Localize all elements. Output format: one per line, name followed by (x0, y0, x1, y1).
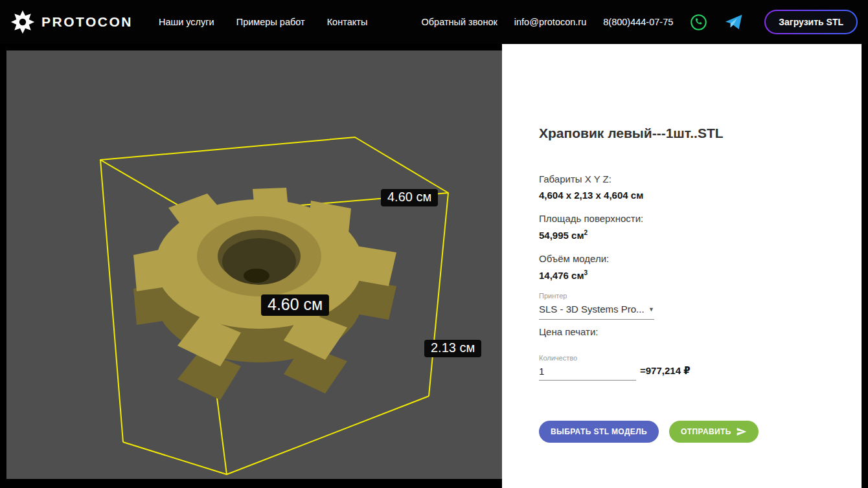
choose-stl-button[interactable]: ВЫБРАТЬ STL МОДЕЛЬ (539, 421, 659, 443)
quantity-label: Количество (539, 354, 836, 362)
email-link[interactable]: info@protocon.ru (514, 17, 586, 27)
dimensions-value: 4,604 x 2,13 x 4,604 см (539, 190, 836, 201)
nav-link-services[interactable]: Наши услуги (159, 17, 214, 27)
model-canvas (6, 50, 502, 479)
whatsapp-icon[interactable] (690, 14, 707, 31)
model-title: Храповик левый---1шт..STL (539, 126, 836, 141)
volume-value: 14,476 см3 (539, 269, 836, 281)
action-buttons: ВЫБРАТЬ STL МОДЕЛЬ ОТПРАВИТЬ (539, 421, 836, 443)
printer-select[interactable]: SLS - 3D Systems Pro... ▼ (539, 300, 654, 320)
phone-link[interactable]: 8(800)444-07-75 (603, 17, 673, 27)
contacts-cluster: Обратный звонок info@protocon.ru 8(800)4… (422, 10, 858, 34)
dimension-label-height: 2.13 см (424, 340, 481, 357)
nav-link-examples[interactable]: Примеры работ (236, 17, 305, 27)
brand-name: PROTOCON (41, 14, 133, 30)
print-price-label: Цена печати: (539, 326, 836, 337)
main-nav: Наши услуги Примеры работ Контакты (159, 17, 367, 27)
ratchet-model (133, 188, 396, 400)
telegram-icon[interactable] (724, 14, 744, 30)
details-panel: Храповик левый---1шт..STL Габариты X Y Z… (502, 44, 862, 488)
nav-link-contacts[interactable]: Контакты (327, 17, 368, 27)
volume-label: Объём модели: (539, 252, 836, 266)
upload-stl-button[interactable]: Загрузить STL (764, 10, 858, 34)
total-price: =977,214 ₽ (640, 365, 691, 381)
printer-selected-value: SLS - 3D Systems Pro... (539, 304, 645, 315)
callback-link[interactable]: Обратный звонок (422, 17, 497, 27)
volume-field: Объём модели: 14,476 см3 (539, 252, 836, 281)
send-button[interactable]: ОТПРАВИТЬ (669, 421, 759, 443)
printer-label: Принтер (539, 292, 836, 300)
surface-area-value: 54,995 см2 (539, 229, 836, 241)
dimension-label-depth: 4.60 см (381, 189, 438, 206)
main-content: 4.60 см 4.60 см 2.13 см Храповик левый--… (0, 44, 868, 488)
chevron-down-icon: ▼ (648, 306, 654, 313)
dimension-label-width: 4.60 см (261, 294, 329, 316)
dimensions-label: Габариты X Y Z: (539, 172, 836, 186)
navbar: PROTOCON Наши услуги Примеры работ Конта… (0, 0, 868, 44)
send-icon (737, 427, 747, 436)
surface-area-label: Площадь поверхности: (539, 212, 836, 226)
brand[interactable]: PROTOCON (10, 10, 133, 34)
dimensions-field: Габариты X Y Z: 4,604 x 2,13 x 4,604 см (539, 172, 836, 201)
quantity-input[interactable] (539, 362, 636, 381)
surface-area-field: Площадь поверхности: 54,995 см2 (539, 212, 836, 241)
quantity-field: Количество =977,214 ₽ (539, 354, 836, 381)
printer-field: Принтер SLS - 3D Systems Pro... ▼ (539, 292, 836, 320)
gear-logo-icon (10, 10, 35, 34)
model-viewer[interactable]: 4.60 см 4.60 см 2.13 см (6, 50, 502, 479)
